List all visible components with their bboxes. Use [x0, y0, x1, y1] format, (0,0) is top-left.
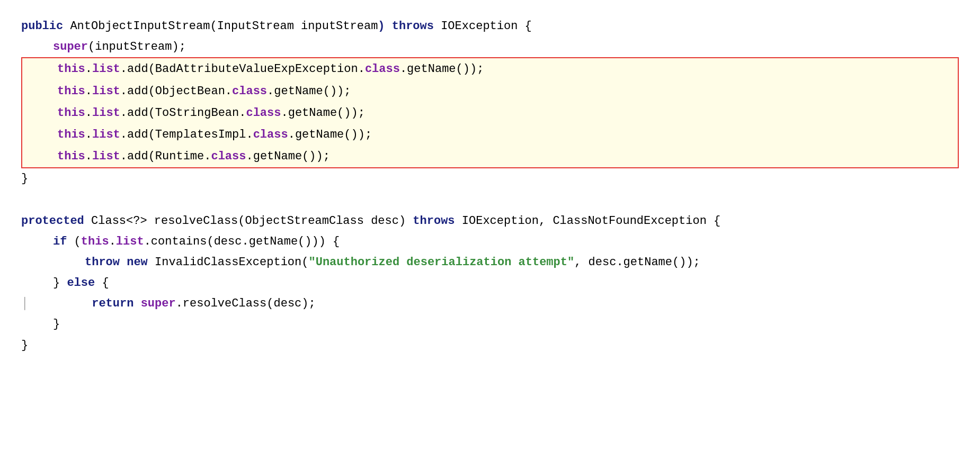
throw-statement: throw new InvalidClassException("Unautho… [21, 252, 959, 273]
keyword-new: new [127, 253, 148, 272]
close-if: } [53, 274, 67, 292]
kw-class-4: class [253, 125, 288, 144]
keyword-else: else [67, 274, 95, 292]
getname-5: .getName()); [246, 147, 329, 166]
kw-this-2: this [57, 82, 85, 101]
return-statement: │return super.resolveClass(desc); [21, 293, 959, 314]
throw-param: , desc.getName()); [574, 253, 700, 272]
super-call: super(inputStream); [21, 37, 959, 57]
kw-class-1: class [365, 60, 400, 78]
close-brace-constructor: } [21, 169, 28, 188]
if-condition-rest: . [109, 232, 116, 251]
add-call-1: .add(BadAttributeValueExpException. [120, 60, 365, 78]
keyword-if: if [53, 232, 67, 251]
constructor-name: AntObjectInputStream( [63, 17, 217, 35]
keyword-throw: throw [85, 253, 120, 272]
else-open: { [95, 274, 109, 292]
kw-class-2: class [232, 82, 267, 101]
getname-4: .getName()); [288, 125, 372, 144]
dot5: . [85, 147, 92, 166]
resolve-call: .resolveClass(desc); [176, 294, 316, 313]
super-args: (inputStream); [88, 38, 186, 56]
method-name: resolveClass( [147, 212, 245, 230]
section-gap [21, 190, 959, 211]
throws-keyword: ) throws [378, 17, 434, 35]
contains-call: .contains(desc.getName())) { [144, 232, 340, 251]
param-type: InputStream [217, 17, 294, 35]
code-block: public AntObjectInputStream(InputStream … [21, 16, 959, 356]
list-1: list [92, 60, 120, 78]
list-if: list [116, 232, 144, 251]
list-4: list [92, 125, 120, 144]
kw-this-5: this [57, 147, 85, 166]
dot2: . [85, 82, 92, 101]
close-else: } [53, 315, 60, 333]
method-close-brace: } [21, 335, 959, 356]
highlighted-line-5: this.list.add(Runtime.class.getName()); [22, 146, 958, 167]
keyword-public: public [21, 17, 63, 35]
kw-this-1: this [57, 60, 85, 78]
keyword-super: super [53, 38, 88, 56]
kw-this-if: this [81, 232, 109, 251]
kw-this-4: this [57, 125, 85, 144]
param-type-method: ObjectStreamClass [245, 212, 364, 230]
add-call-5: .add(Runtime. [120, 147, 211, 166]
getname-1: .getName()); [400, 60, 484, 78]
space2 [133, 294, 140, 313]
kw-this-3: this [57, 104, 85, 122]
param-name-method: desc) [364, 212, 413, 230]
if-statement: if (this.list.contains(desc.getName())) … [21, 231, 959, 252]
highlighted-block: this.list.add(BadAttributeValueExpExcept… [21, 57, 959, 168]
highlighted-line-2: this.list.add(ObjectBean.class.getName()… [22, 80, 958, 102]
getname-2: .getName()); [267, 82, 351, 101]
method-signature: protected Class<?> resolveClass(ObjectSt… [21, 211, 959, 231]
kw-class-5: class [211, 147, 246, 166]
keyword-super-resolve: super [141, 294, 176, 313]
add-call-4: .add(TemplatesImpl. [120, 125, 253, 144]
constructor-close: } [21, 168, 959, 189]
close-method: } [21, 336, 28, 355]
return-type: Class<?> [84, 212, 147, 230]
if-condition: ( [67, 232, 81, 251]
inner-close-brace: } [21, 314, 959, 335]
highlighted-line-3: this.list.add(ToStringBean.class.getName… [22, 102, 958, 124]
keyword-return: return [92, 294, 133, 313]
list-5: list [92, 147, 120, 166]
pipe-char: │ [21, 294, 28, 313]
keyword-throws-method: throws [413, 212, 455, 230]
highlighted-line-4: this.list.add(TemplatesImpl.class.getNam… [22, 124, 958, 146]
keyword-protected: protected [21, 212, 84, 230]
constructor-signature: public AntObjectInputStream(InputStream … [21, 16, 959, 37]
dot4: . [85, 125, 92, 144]
else-statement: } else { [21, 273, 959, 293]
string-literal: "Unauthorized deserialization attempt" [308, 253, 574, 272]
add-call-2: .add(ObjectBean. [120, 82, 232, 101]
param-name: inputStream [294, 17, 378, 35]
add-call-3: .add(ToStringBean. [120, 104, 246, 122]
dot3: . [85, 104, 92, 122]
dot1: . [85, 60, 92, 78]
kw-class-3: class [246, 104, 281, 122]
space [120, 253, 127, 272]
list-2: list [92, 82, 120, 101]
getname-3: .getName()); [281, 104, 364, 122]
list-3: list [92, 104, 120, 122]
open-brace: { [518, 17, 531, 35]
method-exceptions: IOException, ClassNotFoundException { [455, 212, 721, 230]
exception-class: InvalidClassException( [148, 253, 309, 272]
highlighted-line-1: this.list.add(BadAttributeValueExpExcept… [22, 58, 958, 80]
exception-name: IOException [434, 17, 518, 35]
